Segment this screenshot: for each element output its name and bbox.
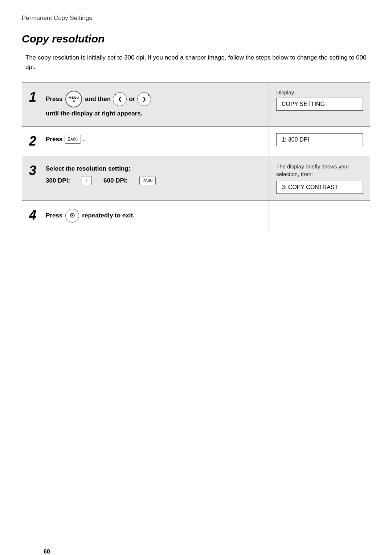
nav-right-button-icon: ❯ A (137, 92, 151, 106)
step-1-and-then: and then (85, 94, 111, 104)
step-2-display-box: 1: 300 DPI (276, 133, 363, 146)
step-2-content: Press 2ABC . (46, 135, 261, 146)
key-1-dpi300: 1 (82, 176, 92, 185)
step-1-display-label: Display: (276, 89, 363, 95)
step-number-4: 4 (29, 209, 40, 222)
steps-table: 1 Press MENU and then Z ❮ (22, 82, 370, 232)
step-4-right (269, 201, 370, 232)
breadcrumb: Permanent Copy Settings (22, 15, 370, 22)
step-4-left: 4 Press ⊗ repeatedly to exit. (22, 201, 269, 232)
step-2-press-label: Press (46, 135, 62, 144)
step-1-subtitle: until the display at right appears. (46, 109, 261, 118)
step-row-3: 3 Select the resolution setting: 300 DPI… (22, 156, 370, 201)
intro-text: The copy resolution is initially set to … (22, 53, 370, 72)
step-number-2: 2 (29, 135, 40, 148)
step-1-or: or (129, 94, 135, 104)
step-3-display-box: 3: COPY CONTRAST (276, 181, 363, 194)
step-row-1: 1 Press MENU and then Z ❮ (22, 83, 370, 127)
step-1-right: Display: COPY SETTING (269, 83, 370, 126)
step-3-content: Select the resolution setting: 300 DPI: … (46, 164, 261, 185)
step-1-left: 1 Press MENU and then Z ❮ (22, 83, 269, 126)
step-1-content: Press MENU and then Z ❮ or (46, 91, 261, 118)
step-3-right: The display briefly shows your selection… (269, 156, 370, 200)
step-3-left: 3 Select the resolution setting: 300 DPI… (22, 156, 269, 200)
key-2abc-dpi600: 2ABC (139, 176, 155, 185)
dpi-600-label: 600 DPI: (103, 176, 128, 185)
step-4-press-label: Press (46, 211, 62, 220)
step-number-3: 3 (29, 164, 40, 177)
page-number: 60 (44, 548, 50, 555)
step-3-title: Select the resolution setting: (46, 164, 261, 174)
dpi-300-label: 300 DPI: (46, 176, 70, 185)
step-1-press-label: Press (46, 94, 62, 104)
stop-clear-button-icon: ⊗ (65, 209, 79, 223)
step-4-content: Press ⊗ repeatedly to exit. (46, 209, 261, 224)
step-4-suffix: repeatedly to exit. (82, 211, 135, 220)
step-number-1: 1 (29, 91, 40, 104)
menu-button-icon: MENU (65, 91, 82, 107)
step-2-period: . (83, 135, 85, 144)
step-2-left: 2 Press 2ABC . (22, 127, 269, 156)
section-title: Copy resolution (22, 33, 370, 45)
step-3-display-note: The display briefly shows your selection… (276, 163, 363, 178)
nav-left-button-icon: Z ❮ (113, 92, 127, 106)
step-row-2: 2 Press 2ABC . 1: 300 DPI (22, 127, 370, 156)
step-1-display-box: COPY SETTING (276, 98, 363, 111)
step-2-right: 1: 300 DPI (269, 127, 370, 156)
step-row-4: 4 Press ⊗ repeatedly to exit. (22, 201, 370, 232)
step-3-dpi-row: 300 DPI: 1 600 DPI: 2ABC (46, 176, 261, 185)
key-2abc-step2: 2ABC (65, 135, 81, 144)
